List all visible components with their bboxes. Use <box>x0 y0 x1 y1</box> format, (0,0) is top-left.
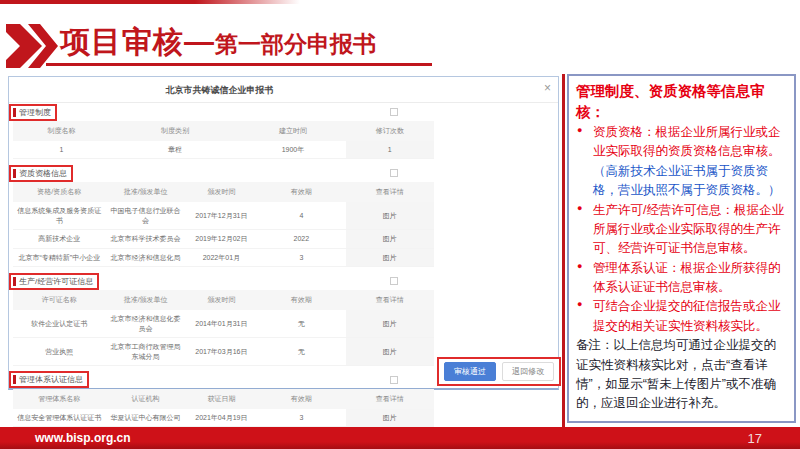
section-checkbox[interactable] <box>390 169 398 177</box>
section-marker-bar <box>13 277 16 286</box>
column-header: 有效期 <box>257 389 345 409</box>
audit-dialog: 北京市共铸诚信企业申报书 × 管理制度 制度名称制度类别建立时间修订次数1章程1… <box>8 76 559 390</box>
column-header: 建立时间 <box>240 121 345 141</box>
bullet-item: 可结合企业提交的征信报告或企业提交的相关证实性资料核实比。 <box>576 297 786 336</box>
table-cell: 北京市“专精特新”中小企业 <box>13 248 106 266</box>
certification-table: 管理体系名称认证机构获证日期有效期查看详情信息安全管理体系认证证书华夏认证中心有… <box>13 389 434 427</box>
dialog-title: 北京市共铸诚信企业申报书 <box>9 84 430 97</box>
column-header: 查看详情 <box>346 389 434 409</box>
annotation-box: 管理体系认证信息 <box>9 371 89 388</box>
view-image-link[interactable]: 图片 <box>346 409 434 427</box>
table-header-row: 许可证名称批准/颁发单位颁发时间有效期查看详情 <box>13 290 434 310</box>
footer-url: www.bisp.org.cn <box>35 431 131 445</box>
notes-remark: 备注：以上信息均可通过企业提交的证实性资料核实比对，点击“查看详情”，如显示“暂… <box>576 336 786 414</box>
management-system-table: 制度名称制度类别建立时间修订次数1章程1900年1 <box>13 121 434 159</box>
approve-button[interactable]: 审核通过 <box>444 362 496 381</box>
view-image-link[interactable]: 图片 <box>346 248 434 266</box>
column-header: 管理体系名称 <box>13 389 106 409</box>
dialog-title-row: 北京市共铸诚信企业申报书 × <box>9 77 558 103</box>
column-header: 制度类别 <box>110 121 241 141</box>
dialog-content: 管理制度 制度名称制度类别建立时间修订次数1章程1900年1 资质资格信息 资格… <box>9 103 438 427</box>
table-cell: 2017年12月31日 <box>186 202 258 229</box>
table-cell: 2019年12月02日 <box>186 230 258 248</box>
column-header: 制度名称 <box>13 121 110 141</box>
table-cell: 信息安全管理体系认证证书 <box>13 409 106 427</box>
page-title-main: 项目审核— <box>60 25 215 58</box>
column-header: 资格/资质名称 <box>13 182 106 202</box>
page-title-sub: 第一部分申报书 <box>215 31 376 57</box>
annotation-box: 管理制度 <box>9 104 57 121</box>
section-header-license: 生产/经营许可证信息 <box>13 272 438 290</box>
table-cell: 软件企业认定证书 <box>13 310 106 337</box>
view-image-link[interactable]: 图片 <box>346 202 434 229</box>
table-cell: 章程 <box>110 141 241 159</box>
table-cell: 北京市工商行政管理局东城分局 <box>106 338 186 366</box>
view-image-link[interactable]: 图片 <box>346 338 434 366</box>
annotation-box-buttons: 审核通过 退回修改 <box>437 357 561 386</box>
column-header: 批准/颁发单位 <box>106 182 186 202</box>
bullet-item: 资质资格：根据企业所属行业或企业实际取得的资质资格信息审核。（高新技术企业证书属… <box>576 123 786 201</box>
column-header: 批准/颁发单位 <box>106 290 186 310</box>
bullet-item: 管理体系认证：根据企业所获得的体系认证证书信息审核。 <box>576 259 786 298</box>
table-cell: 1 <box>346 141 434 159</box>
table-row: 软件企业认定证书北京市经济和信息化委员会2014年01月31日无图片 <box>13 310 434 337</box>
column-header: 颁发时间 <box>186 290 258 310</box>
table-row: 信息系统集成及服务资质证书中国电子信息行业联合会2017年12月31日4图片 <box>13 202 434 229</box>
notes-bullet-list: 资质资格：根据企业所属行业或企业实际取得的资质资格信息审核。（高新技术企业证书属… <box>576 123 786 336</box>
bullet-text-red: 生产许可/经营许可信息：根据企业所属行业或企业实际取得的生产许可、经营许可证书信… <box>593 203 784 256</box>
section-label: 资质资格信息 <box>19 168 67 179</box>
column-header: 修订次数 <box>346 121 434 141</box>
title-underline <box>46 63 432 66</box>
table-cell: 4 <box>257 202 345 229</box>
view-image-link[interactable]: 图片 <box>346 230 434 248</box>
table-cell: 信息系统集成及服务资质证书 <box>13 202 106 229</box>
column-header: 查看详情 <box>346 290 434 310</box>
table-row: 北京市“专精特新”中小企业北京市经济和信息化局2022年01月3图片 <box>13 248 434 266</box>
table-cell: 华夏认证中心有限公司 <box>106 409 186 427</box>
column-header: 获证日期 <box>186 389 258 409</box>
annotation-box: 资质资格信息 <box>9 165 73 182</box>
page-number: 17 <box>748 431 762 446</box>
column-header: 认证机构 <box>106 389 186 409</box>
table-cell: 北京市科学技术委员会 <box>106 230 186 248</box>
bullet-text-blue: （高新技术企业证书属于资质资格，营业执照不属于资质资格。） <box>593 164 781 197</box>
table-cell: 无 <box>257 310 345 337</box>
table-cell: 北京市经济和信息化局 <box>106 248 186 266</box>
column-header: 查看详情 <box>346 182 434 202</box>
table-cell: 2022年01月 <box>186 248 258 266</box>
annotation-box: 生产/经营许可证信息 <box>9 273 99 290</box>
table-cell: 无 <box>257 338 345 366</box>
bullet-text-red: 资质资格：根据企业所属行业或企业实际取得的资质资格信息审核。 <box>593 125 781 158</box>
section-checkbox[interactable] <box>390 376 398 384</box>
close-icon[interactable]: × <box>544 82 551 94</box>
table-cell: 2017年03月16日 <box>186 338 258 366</box>
section-marker-bar <box>13 169 16 178</box>
table-cell: 1 <box>13 141 110 159</box>
red-divider-line <box>562 74 565 427</box>
table-header-row: 管理体系名称认证机构获证日期有效期查看详情 <box>13 389 434 409</box>
footer-bar: www.bisp.org.cn 17 <box>0 427 800 449</box>
view-image-link[interactable]: 图片 <box>346 310 434 337</box>
table-cell: 高新技术企业 <box>13 230 106 248</box>
section-marker-bar <box>13 375 16 384</box>
table-cell: 1900年 <box>240 141 345 159</box>
section-label: 管理体系认证信息 <box>19 374 83 385</box>
notes-title: 管理制度、资质资格等信息审核： <box>576 81 786 123</box>
column-header: 有效期 <box>257 290 345 310</box>
section-marker-bar <box>13 108 16 117</box>
table-cell: 2014年01月31日 <box>186 310 258 337</box>
license-table: 许可证名称批准/颁发单位颁发时间有效期查看详情软件企业认定证书北京市经济和信息化… <box>13 290 434 366</box>
section-label: 管理制度 <box>19 107 51 118</box>
section-header-certification: 管理体系认证信息 <box>13 371 438 389</box>
notes-panel: 管理制度、资质资格等信息审核： 资质资格：根据企业所属行业或企业实际取得的资质资… <box>567 74 796 423</box>
column-header: 许可证名称 <box>13 290 106 310</box>
section-header-management-system: 管理制度 <box>13 103 438 121</box>
table-cell: 北京市经济和信息化委员会 <box>106 310 186 337</box>
section-checkbox[interactable] <box>390 108 398 116</box>
section-checkbox[interactable] <box>390 277 398 285</box>
bullet-item: 生产许可/经营许可信息：根据企业所属行业或企业实际取得的生产许可、经营许可证书信… <box>576 201 786 259</box>
page-title: 项目审核—第一部分申报书 <box>60 22 376 63</box>
bullet-text-red: 管理体系认证：根据企业所获得的体系认证证书信息审核。 <box>593 261 781 294</box>
reject-button[interactable]: 退回修改 <box>502 362 554 381</box>
table-cell: 3 <box>257 248 345 266</box>
